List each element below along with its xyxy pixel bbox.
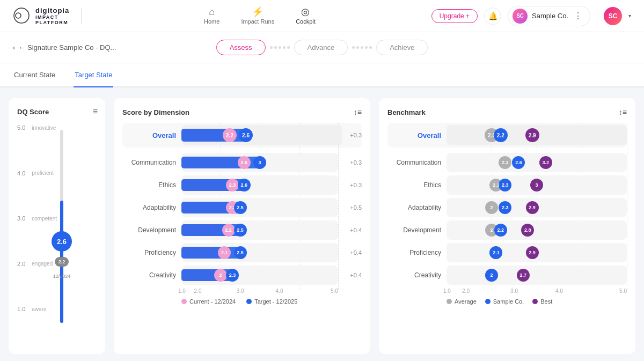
notification-button[interactable]: 🔔 bbox=[484, 8, 501, 25]
score-header: Score by Dimension ↕≡ bbox=[122, 108, 362, 116]
bench-circle-area-3: 2 2.2 2.8 bbox=[447, 220, 627, 240]
nav-home[interactable]: ⌂ Home bbox=[204, 7, 219, 25]
dq-previous-dot: 2.2 bbox=[55, 257, 69, 267]
dim-dot-blue-1: 2.6 bbox=[238, 179, 251, 191]
bench-overall-label: Overall bbox=[387, 131, 447, 139]
step-advance: Advance bbox=[294, 40, 348, 55]
bench-sample-circle-3: 2.2 bbox=[494, 224, 507, 237]
dim-delta-2: +0.5 bbox=[342, 204, 362, 211]
company-name: Sample Co. bbox=[532, 12, 568, 20]
bench-legend-sample-dot bbox=[485, 299, 491, 304]
logo-text: digitopia IMPACT PLATFORM bbox=[35, 6, 69, 26]
dim-dot-blue-3: 2.5 bbox=[234, 224, 247, 237]
breadcrumb-back[interactable]: ‹ ← Signature Sample Co - DQ... bbox=[13, 43, 116, 51]
dim-row-communication: Communication 2.6 3 +0.3 bbox=[122, 153, 362, 172]
bench-overall-best: 2.9 bbox=[525, 128, 539, 142]
dim-delta-3: +0.4 bbox=[342, 227, 362, 233]
dim-label-0: Communication bbox=[122, 159, 181, 166]
bench-label-3: Development bbox=[387, 226, 447, 234]
company-selector[interactable]: SC Sample Co. ⋮ bbox=[508, 6, 590, 26]
logo-divider bbox=[81, 8, 82, 24]
user-chevron-icon[interactable]: ▾ bbox=[628, 13, 631, 19]
notification-icon: 🔔 bbox=[488, 12, 497, 20]
bench-circle-area-2: 2 2.3 2.9 bbox=[447, 198, 627, 217]
bench-legend-best: Best bbox=[532, 298, 552, 305]
bench-best-circle-4: 2.9 bbox=[526, 246, 539, 259]
dq-score-panel: DQ Score ≡ 5.0 innovative 4.0 proficient… bbox=[9, 98, 105, 354]
dq-menu-icon[interactable]: ≡ bbox=[93, 107, 98, 116]
bench-legend-best-label: Best bbox=[540, 298, 552, 305]
dim-bar-area-3: 2.2 2.5 bbox=[181, 220, 338, 240]
dim-bar-area-5: 2 2.3 bbox=[181, 266, 338, 285]
bench-legend-avg: Average bbox=[447, 298, 477, 305]
scale-item-2: 2.0 engaged bbox=[17, 261, 44, 267]
tab-target-state[interactable]: Target State bbox=[74, 63, 113, 87]
dq-current-dot: 2.6 bbox=[52, 231, 72, 252]
dq-bar-container: 2.6 2.2 12/2024 bbox=[48, 124, 75, 328]
score-title: Score by Dimension bbox=[122, 108, 189, 116]
score-sort-icon[interactable]: ↕≡ bbox=[354, 108, 362, 116]
tabs-bar: Current State Target State bbox=[0, 63, 644, 87]
bench-best-circle-5: 2.7 bbox=[517, 269, 530, 282]
benchmark-sort-icon[interactable]: ↕≡ bbox=[619, 108, 627, 116]
back-arrow-icon: ‹ bbox=[13, 43, 15, 51]
legend-current-label: Current - 12/2024 bbox=[189, 298, 236, 305]
bench-vline-5 bbox=[627, 123, 627, 290]
logo-icon bbox=[13, 7, 30, 24]
bench-legend-avg-dot bbox=[447, 299, 452, 304]
bench-overall-sample: 2.2 bbox=[494, 128, 508, 142]
bench-row-development: Development 2 2.2 2.8 bbox=[387, 220, 627, 240]
header-divider bbox=[597, 8, 597, 24]
dim-row-development: Development 2.2 2.5 +0.4 bbox=[122, 220, 362, 240]
bench-row-communication: Communication 2.3 2.6 3.2 bbox=[387, 153, 627, 172]
bench-sample-circle-1: 2.3 bbox=[499, 179, 511, 191]
bench-avg-circle-0: 2.3 bbox=[499, 156, 511, 169]
dim-label-2: Adaptability bbox=[122, 204, 181, 211]
benchmark-header: Benchmark ↕≡ bbox=[387, 108, 627, 116]
step-dots-2 bbox=[352, 46, 372, 49]
dim-bar-blue-4 bbox=[181, 247, 240, 259]
dim-delta-0: +0.3 bbox=[342, 159, 362, 166]
step-advance-label[interactable]: Advance bbox=[294, 40, 348, 55]
step-assess-label[interactable]: Assess bbox=[216, 40, 266, 55]
dim-row-creativity: Creativity 2 2.3 +0.4 bbox=[122, 266, 362, 285]
dim-bar-area-1: 2.3 2.6 bbox=[181, 175, 338, 195]
dim-dot-blue-0: 3 bbox=[253, 156, 266, 169]
dim-label-1: Ethics bbox=[122, 181, 181, 189]
dim-bar-area-4: 2.1 2.5 bbox=[181, 243, 338, 262]
upgrade-button[interactable]: Upgrade + bbox=[431, 9, 478, 23]
tab-current-state[interactable]: Current State bbox=[13, 63, 56, 87]
nav-impact-runs-label: Impact Runs bbox=[241, 18, 274, 25]
overall-label: Overall bbox=[122, 131, 181, 139]
user-avatar[interactable]: SC bbox=[604, 7, 622, 25]
legend-target-dot bbox=[246, 299, 252, 304]
bench-label-2: Adaptability bbox=[387, 204, 447, 211]
dim-dot-blue-4: 2.5 bbox=[234, 246, 247, 259]
impact-runs-icon: ⚡ bbox=[252, 7, 264, 17]
bench-legend: Average Sample Co. Best bbox=[387, 298, 627, 305]
bench-best-circle-0: 3.2 bbox=[539, 156, 552, 169]
legend-current-dot bbox=[181, 299, 187, 304]
nav-cockpit-label: Cockpit bbox=[296, 18, 316, 25]
bench-circle-area-5: 2 2 2.7 bbox=[447, 266, 627, 285]
bench-sample-circle-0: 2.6 bbox=[512, 156, 525, 169]
scale-item-4: 4.0 proficient bbox=[17, 170, 44, 176]
bench-row-ethics: Ethics 2.1 2.3 3 bbox=[387, 175, 627, 195]
overall-delta: +0.3 bbox=[342, 132, 362, 138]
nav-impact-runs[interactable]: ⚡ Impact Runs bbox=[241, 7, 274, 25]
benchmark-title: Benchmark bbox=[387, 108, 426, 116]
dim-delta-1: +0.3 bbox=[342, 182, 362, 188]
dim-bar-area-0: 2.6 3 bbox=[181, 153, 338, 172]
step-achieve-label[interactable]: Achieve bbox=[376, 40, 428, 55]
bench-label-0: Communication bbox=[387, 159, 447, 166]
bench-row-creativity: Creativity 2 2 2.7 bbox=[387, 266, 627, 285]
overall-dot-current: 2.2 bbox=[223, 128, 237, 142]
breadcrumb-bar: ‹ ← Signature Sample Co - DQ... Assess A… bbox=[0, 32, 644, 63]
home-icon: ⌂ bbox=[209, 7, 215, 17]
dim-label-4: Proficiency bbox=[122, 249, 181, 256]
bench-legend-best-dot bbox=[532, 299, 538, 304]
dq-date-label: 12/2024 bbox=[53, 274, 71, 279]
legend-target: Target - 12/2025 bbox=[246, 298, 297, 305]
dim-row-adaptability: Adaptability 2.3 2.5 +0.5 bbox=[122, 198, 362, 217]
nav-cockpit[interactable]: ◎ Cockpit bbox=[296, 7, 316, 25]
